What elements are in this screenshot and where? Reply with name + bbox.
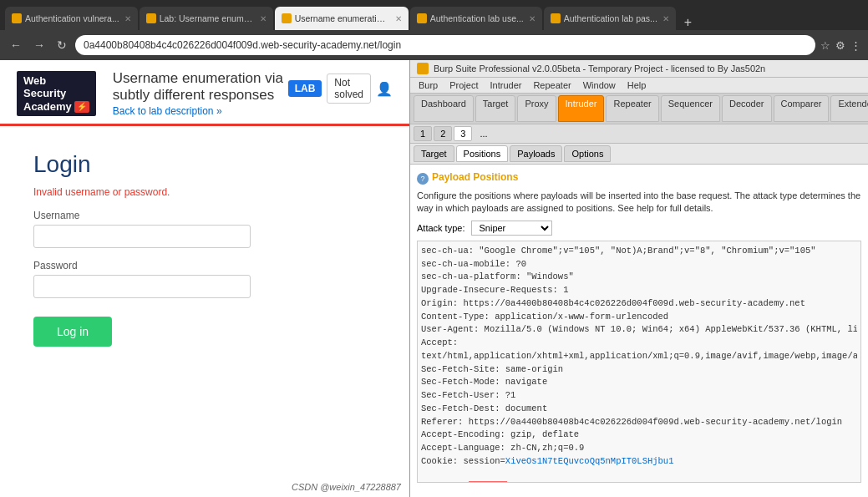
req-line-4: Upgrade-Insecure-Requests: 1 xyxy=(421,284,857,297)
req-line-blank xyxy=(421,469,857,482)
tab-comparer[interactable]: Comparer xyxy=(774,95,830,122)
sub-tab-positions[interactable]: Positions xyxy=(456,145,509,162)
sub-tab-target[interactable]: Target xyxy=(414,145,454,162)
webpage: Web Security Academy ⚡ Username enumerat… xyxy=(0,60,409,497)
burp-icon xyxy=(417,63,429,74)
tab-favicon-2 xyxy=(146,13,156,23)
tab-3-label: Username enumeration ... xyxy=(295,13,390,23)
tab-dashboard[interactable]: Dashboard xyxy=(414,95,474,122)
menu-help[interactable]: Help xyxy=(622,79,652,92)
login-title: Login xyxy=(33,151,376,178)
menu-repeater[interactable]: Repeater xyxy=(528,79,576,92)
logo-icon: ⚡ xyxy=(74,101,89,113)
password-input[interactable] xyxy=(33,275,251,298)
burp-title: Burp Suite Professional v2.0.05beta - Te… xyxy=(434,63,765,74)
menu-project[interactable]: Project xyxy=(444,79,483,92)
payload-positions-desc: Configure the positions where payloads w… xyxy=(417,190,861,216)
menu-intruder[interactable]: Intruder xyxy=(485,79,527,92)
lab-badge: LAB xyxy=(288,80,322,97)
tab-favicon-3 xyxy=(282,13,292,23)
payload-positions-title: Payload Positions xyxy=(432,171,518,183)
address-input[interactable] xyxy=(75,35,815,55)
sub-tab-payloads[interactable]: Payloads xyxy=(510,145,562,162)
tab-1-label: Authentication vulnera... xyxy=(25,13,119,23)
req-line-8: Accept: xyxy=(421,337,857,350)
username-group: Username xyxy=(33,210,376,248)
tab-bar: Authentication vulnera... ✕ Lab: Usernam… xyxy=(0,0,868,30)
num-tab-2[interactable]: 2 xyxy=(434,126,452,141)
tab-4[interactable]: Authentication lab use... ✕ xyxy=(410,7,542,30)
login-button[interactable]: Log in xyxy=(33,317,112,347)
password-group: Password xyxy=(33,260,376,298)
username-input[interactable] xyxy=(33,225,251,248)
back-link[interactable]: Back to lab description » xyxy=(113,105,288,117)
burp-menubar: Burp Project Intruder Repeater Window He… xyxy=(410,78,868,94)
tab-repeater[interactable]: Repeater xyxy=(606,95,658,122)
new-tab-button[interactable]: + xyxy=(678,15,698,30)
tab-4-label: Authentication lab use... xyxy=(430,13,524,23)
req-line-6: Content-Type: application/x-www-form-url… xyxy=(421,311,857,324)
req-line-9: text/html,application/xhtml+xml,applicat… xyxy=(421,350,857,363)
wsa-logo: Web Security Academy ⚡ xyxy=(17,71,96,117)
tab-favicon-4 xyxy=(417,13,427,23)
req-line-12: Sec-Fetch-User: ?1 xyxy=(421,389,857,403)
request-area[interactable]: sec-ch-ua: "Google Chrome";v="105", "Not… xyxy=(417,241,861,483)
num-tab-1[interactable]: 1 xyxy=(414,126,432,141)
watermark: CSDN @weixin_47228887 xyxy=(292,482,401,492)
main-area: Web Security Academy ⚡ Username enumerat… xyxy=(0,60,868,497)
tab-4-close[interactable]: ✕ xyxy=(529,14,536,23)
menu-burp[interactable]: Burp xyxy=(414,79,443,92)
wsa-header: Web Security Academy ⚡ Username enumerat… xyxy=(0,60,409,126)
attack-type-row: Attack type: Sniper Battering ram Pitchf… xyxy=(417,221,861,236)
user-icon[interactable]: 👤 xyxy=(376,81,393,97)
tab-3[interactable]: Username enumeration ... ✕ xyxy=(275,7,409,30)
tab-2-label: Lab: Username enumer... xyxy=(160,13,255,23)
cookie-value: XiveOs1N7tEQuvcoQq5nMpIT0LSHjbu1 xyxy=(505,456,674,466)
tab-target[interactable]: Target xyxy=(475,95,516,122)
bookmark-icon[interactable]: ☆ xyxy=(820,39,830,52)
forward-button[interactable]: → xyxy=(30,37,48,53)
burp-main-content: ? Payload Positions Configure the positi… xyxy=(410,165,868,497)
tab-5-close[interactable]: ✕ xyxy=(662,14,669,23)
login-area: Login Invalid username or password. User… xyxy=(0,126,409,372)
attack-type-select[interactable]: Sniper Battering ram Pitchfork Cluster b… xyxy=(471,221,552,236)
burp-top-tabs: Dashboard Target Proxy Intruder Repeater… xyxy=(410,94,868,124)
req-line-7: User-Agent: Mozilla/5.0 (Windows NT 10.0… xyxy=(421,323,857,337)
tab-1[interactable]: Authentication vulnera... ✕ xyxy=(5,7,138,30)
password-label: Password xyxy=(33,260,376,271)
tab-3-close[interactable]: ✕ xyxy=(395,14,402,23)
req-line-payload: username=§admin§&password=admin xyxy=(421,481,586,483)
req-line-16: Accept-Language: zh-CN,zh;q=0.9 xyxy=(421,442,857,455)
tab-sequencer[interactable]: Sequencer xyxy=(661,95,720,122)
back-button[interactable]: ← xyxy=(7,37,25,53)
browser-icons: ☆ ⚙ ⋮ xyxy=(820,39,861,52)
req-line-14: Referer: https://0a4400b80408b4c4c026226… xyxy=(421,416,857,429)
num-tab-3[interactable]: 3 xyxy=(454,126,472,141)
logo-line2: Academy xyxy=(23,100,72,114)
tab-1-close[interactable]: ✕ xyxy=(124,14,131,23)
extension-icon[interactable]: ⚙ xyxy=(835,39,845,52)
num-tab-dots[interactable]: ... xyxy=(474,127,493,140)
menu-icon[interactable]: ⋮ xyxy=(850,39,861,52)
payload-marker: §admin§ xyxy=(469,481,507,483)
username-label: Username xyxy=(33,210,376,221)
tab-5[interactable]: Authentication lab pas... ✕ xyxy=(544,7,676,30)
logo-line1: Web Security xyxy=(23,74,89,100)
tab-extender[interactable]: Extender xyxy=(830,95,868,122)
req-line-2: sec-ch-ua-mobile: ?0 xyxy=(421,258,857,271)
req-line-3: sec-ch-ua-platform: "Windows" xyxy=(421,271,857,284)
tab-intruder[interactable]: Intruder xyxy=(558,95,605,122)
address-bar-row: ← → ↻ ☆ ⚙ ⋮ xyxy=(0,30,868,60)
req-line-10: Sec-Fetch-Site: same-origin xyxy=(421,363,857,377)
tab-2[interactable]: Lab: Username enumer... ✕ xyxy=(140,7,273,30)
tab-favicon-1 xyxy=(12,13,22,23)
reload-button[interactable]: ↻ xyxy=(53,37,70,53)
tab-proxy[interactable]: Proxy xyxy=(517,95,556,122)
req-line-15: Accept-Encoding: gzip, deflate xyxy=(421,429,857,442)
sub-tab-options[interactable]: Options xyxy=(564,145,611,162)
error-message: Invalid username or password. xyxy=(33,186,376,198)
menu-window[interactable]: Window xyxy=(578,79,621,92)
tab-decoder[interactable]: Decoder xyxy=(722,95,772,122)
tab-2-close[interactable]: ✕ xyxy=(260,14,266,23)
attack-type-label: Attack type: xyxy=(417,223,464,233)
